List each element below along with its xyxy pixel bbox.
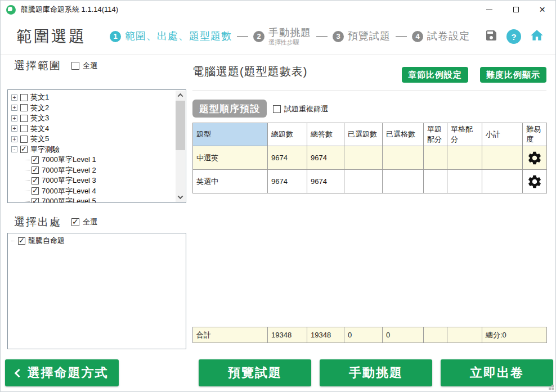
chapter-ratio-button[interactable]: 章節比例設定 bbox=[402, 67, 468, 83]
dedupe-filter[interactable]: 試題重複篩選 bbox=[273, 104, 328, 114]
table-cell bbox=[482, 170, 523, 193]
expand-icon[interactable]: + bbox=[11, 115, 17, 121]
table-cell: 9674 bbox=[307, 170, 344, 193]
range-tree: +英文1+英文2+英文3+英文4+英文5-單字測驗7000單字Level 170… bbox=[7, 89, 186, 203]
tree-item-checkbox[interactable] bbox=[20, 125, 28, 132]
tree-item[interactable]: 7000單字Level 2 bbox=[8, 165, 186, 176]
tree-item[interactable]: 7000單字Level 5 bbox=[8, 196, 186, 203]
tree-item[interactable]: +英文2 bbox=[8, 103, 186, 114]
maximize-button[interactable] bbox=[503, 1, 529, 19]
gear-icon bbox=[527, 174, 542, 190]
step-separator bbox=[396, 36, 407, 37]
generate-exam-button[interactable]: 立即出卷 bbox=[441, 359, 553, 386]
totals-cell: 0 bbox=[383, 327, 424, 343]
source-select-all[interactable]: 全選 bbox=[71, 217, 97, 227]
range-select-all[interactable]: 全選 bbox=[71, 61, 97, 71]
column-header: 單格配分 bbox=[447, 123, 482, 146]
tree-item[interactable]: +英文5 bbox=[8, 134, 186, 145]
tree-connector bbox=[25, 170, 30, 170]
dedupe-label: 試題重複篩選 bbox=[284, 104, 328, 114]
back-to-method-button[interactable]: 選擇命題方式 bbox=[5, 359, 119, 386]
step-separator bbox=[237, 36, 248, 37]
tree-item[interactable]: +英文1 bbox=[8, 92, 186, 103]
tree-item-checkbox[interactable] bbox=[32, 156, 39, 164]
table-cell bbox=[447, 146, 482, 170]
column-header: 難易度 bbox=[523, 123, 547, 146]
wizard-step-4[interactable]: 4試卷設定 bbox=[412, 31, 470, 42]
help-button[interactable]: ? bbox=[506, 29, 521, 44]
step-sublabel: 選擇性步驟 bbox=[268, 39, 311, 46]
source-select-all-checkbox[interactable] bbox=[71, 218, 79, 226]
tree-connector bbox=[25, 201, 30, 202]
expand-icon[interactable]: + bbox=[11, 125, 17, 132]
manual-pick-button[interactable]: 手動挑題 bbox=[320, 359, 432, 386]
totals-table: 合計193481934800總分:0 bbox=[192, 327, 547, 343]
page-header: 範圍選題 1範圍、出處、題型題數2手動挑題選擇性步驟3預覽試題4試卷設定 ? bbox=[1, 19, 555, 55]
minimize-button[interactable] bbox=[476, 1, 503, 19]
tree-item-label: 英文4 bbox=[30, 124, 49, 134]
question-type-row: 中選英96749674 bbox=[193, 146, 547, 170]
preview-questions-button[interactable]: 預覽試題 bbox=[199, 359, 311, 386]
expand-icon[interactable]: + bbox=[11, 136, 17, 142]
table-cell bbox=[482, 146, 523, 170]
back-button-label: 選擇命題方式 bbox=[28, 364, 109, 381]
tree-connector bbox=[25, 191, 30, 191]
expand-icon[interactable]: + bbox=[11, 94, 17, 101]
tree-item-checkbox[interactable] bbox=[20, 146, 28, 153]
tree-item-checkbox[interactable] bbox=[32, 187, 39, 195]
tree-item-label: 7000單字Level 3 bbox=[42, 175, 96, 186]
scroll-up-button[interactable] bbox=[176, 91, 185, 100]
tree-item-checkbox[interactable] bbox=[20, 115, 28, 122]
tree-item-label: 單字測驗 bbox=[30, 145, 60, 155]
wizard-step-1[interactable]: 1範圍、出處、題型題數 bbox=[110, 31, 232, 42]
tree-item[interactable]: 7000單字Level 1 bbox=[8, 155, 186, 165]
tree-item[interactable]: 7000單字Level 4 bbox=[8, 186, 186, 197]
tree-item[interactable]: +英文4 bbox=[8, 124, 186, 134]
range-select-all-checkbox[interactable] bbox=[71, 62, 79, 70]
panel-divider bbox=[192, 91, 546, 91]
tree-connector bbox=[25, 160, 30, 160]
tree-item-checkbox[interactable] bbox=[32, 177, 39, 184]
chevron-down-icon bbox=[178, 193, 183, 199]
scroll-down-button[interactable] bbox=[176, 192, 185, 202]
maximize-icon bbox=[513, 7, 519, 12]
tree-item-checkbox[interactable] bbox=[18, 237, 25, 245]
step-label: 預覽試題 bbox=[348, 31, 391, 42]
question-order-preset-button[interactable]: 題型順序預設 bbox=[192, 100, 267, 118]
tree-item-label: 英文1 bbox=[30, 92, 49, 102]
tree-item[interactable]: -單字測驗 bbox=[8, 145, 186, 155]
difficulty-ratio-button[interactable]: 難度比例顯示 bbox=[480, 67, 546, 83]
chevron-left-icon bbox=[14, 368, 23, 377]
range-section-title: 選擇範圍 bbox=[14, 58, 61, 73]
difficulty-settings-button[interactable] bbox=[523, 170, 547, 193]
tree-item[interactable]: +英文3 bbox=[8, 113, 186, 124]
resize-grip[interactable] bbox=[551, 388, 554, 390]
help-icon: ? bbox=[511, 32, 516, 42]
tree-item-checkbox[interactable] bbox=[32, 198, 39, 203]
home-button[interactable] bbox=[530, 28, 544, 45]
source-select-all-label: 全選 bbox=[83, 217, 97, 227]
tree-item-checkbox[interactable] bbox=[20, 94, 28, 101]
step-number-badge: 1 bbox=[110, 31, 121, 42]
scrollbar-thumb[interactable] bbox=[176, 101, 185, 150]
wizard-step-2[interactable]: 2手動挑題選擇性步驟 bbox=[253, 28, 311, 46]
tree-item[interactable]: 龍騰自命題 bbox=[8, 236, 186, 246]
save-button[interactable] bbox=[485, 29, 498, 44]
wizard-step-3[interactable]: 3預覽試題 bbox=[333, 31, 391, 42]
close-button[interactable]: ✕ bbox=[529, 1, 555, 19]
table-cell bbox=[383, 146, 424, 170]
expand-icon[interactable]: + bbox=[11, 105, 17, 111]
step-number-badge: 3 bbox=[333, 31, 344, 42]
tree-item-checkbox[interactable] bbox=[20, 136, 28, 143]
step-indicator: 1範圍、出處、題型題數2手動挑題選擇性步驟3預覽試題4試卷設定 bbox=[110, 28, 470, 46]
tree-item-checkbox[interactable] bbox=[20, 104, 28, 111]
chevron-up-icon bbox=[178, 93, 183, 99]
difficulty-settings-button[interactable] bbox=[523, 146, 547, 170]
table-cell bbox=[424, 146, 447, 170]
range-tree-scrollbar[interactable] bbox=[176, 91, 185, 202]
dedupe-checkbox[interactable] bbox=[273, 105, 281, 113]
tree-item-checkbox[interactable] bbox=[32, 166, 39, 174]
table-cell: 英選中 bbox=[193, 170, 268, 193]
tree-item[interactable]: 7000單字Level 3 bbox=[8, 175, 186, 186]
collapse-icon[interactable]: - bbox=[11, 146, 17, 152]
